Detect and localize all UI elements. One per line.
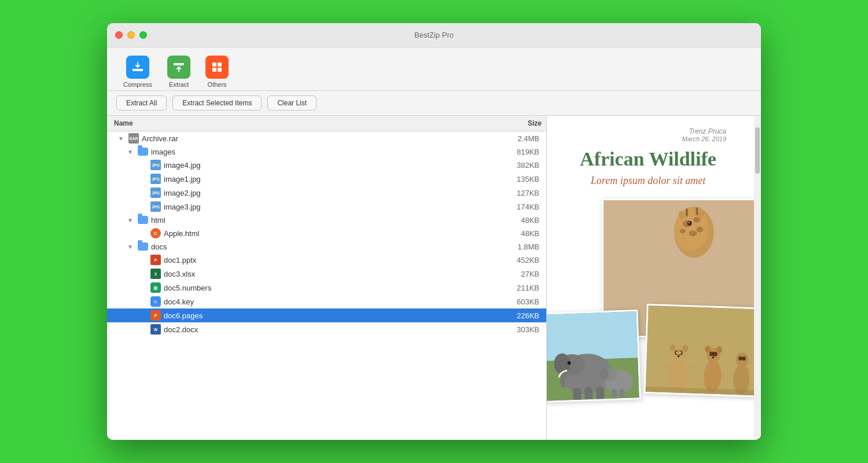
file-name: image4.jpg xyxy=(164,161,500,170)
file-name: html xyxy=(151,216,500,225)
table-row[interactable]: P doc1.pptx 452KB xyxy=(107,253,546,267)
app-title: BestZip Pro xyxy=(414,31,454,39)
table-row[interactable]: P doc6.pages 226KB xyxy=(107,308,546,322)
others-label: Others xyxy=(208,81,227,88)
expand-icon[interactable]: ▼ xyxy=(126,242,135,251)
titlebar: BestZip Pro xyxy=(107,23,761,47)
table-row[interactable]: JPG image4.jpg 382KB xyxy=(107,158,546,172)
table-row[interactable]: JPG image3.jpg 174KB xyxy=(107,200,546,214)
extract-selected-button[interactable]: Extract Selected Items xyxy=(172,95,262,111)
file-name: images xyxy=(151,148,500,156)
pptx-icon: P xyxy=(150,255,161,265)
jpg-icon: JPG xyxy=(150,201,161,212)
scrollbar-thumb[interactable] xyxy=(755,127,760,174)
extract-button[interactable]: Extract xyxy=(163,53,195,90)
jpg-icon: JPG xyxy=(150,188,161,198)
table-row[interactable]: K doc4.key 603KB xyxy=(107,295,546,308)
file-size: 48KB xyxy=(500,229,546,238)
column-header: Name Size xyxy=(107,116,546,131)
toolbar: Compress Extract Others xyxy=(107,47,761,91)
file-size: 2.4MB xyxy=(500,134,546,143)
file-name: Archive.rar xyxy=(142,134,500,143)
compress-icon xyxy=(126,56,149,79)
pages-icon: P xyxy=(150,310,161,321)
docx-icon: W xyxy=(150,324,161,335)
file-size: 48KB xyxy=(500,216,546,225)
file-name: doc4.key xyxy=(164,297,500,306)
extract-label: Extract xyxy=(169,81,189,88)
svg-rect-3 xyxy=(218,68,222,72)
file-panel: Name Size ▼ RAR Archive.rar 2.4MB xyxy=(107,116,547,440)
preview-title: African Wildlife xyxy=(580,148,716,170)
expand-icon[interactable]: ▼ xyxy=(116,134,126,143)
elephant-photo xyxy=(547,310,641,403)
file-name: doc3.xlsx xyxy=(164,270,500,278)
file-name: image1.jpg xyxy=(164,175,500,183)
file-size: 1.8MB xyxy=(500,242,546,251)
clear-list-button[interactable]: Clear List xyxy=(267,95,317,111)
file-size: 135KB xyxy=(500,175,546,183)
traffic-lights xyxy=(115,31,147,39)
scrollbar-track[interactable] xyxy=(754,116,761,440)
file-size: 211KB xyxy=(500,284,546,292)
xlsx-icon: X xyxy=(150,269,161,279)
table-row[interactable]: ▼ RAR Archive.rar 2.4MB xyxy=(107,131,546,145)
compress-label: Compress xyxy=(123,81,152,88)
table-row[interactable]: W doc2.docx 303KB xyxy=(107,322,546,336)
file-size: 27KB xyxy=(500,270,546,278)
extract-icon xyxy=(167,56,190,79)
file-name: Apple.html xyxy=(164,229,500,238)
svg-rect-31 xyxy=(612,389,617,398)
table-row[interactable]: C Apple.html 48KB xyxy=(107,226,546,240)
folder-icon xyxy=(138,148,148,156)
preview-content: Trenz Pruca March 26, 2019 African Wildl… xyxy=(547,116,761,413)
others-button[interactable]: Others xyxy=(201,53,233,90)
others-icon xyxy=(205,56,229,79)
file-size: 174KB xyxy=(500,203,546,211)
close-button[interactable] xyxy=(115,31,123,39)
file-size: 303KB xyxy=(500,325,546,334)
file-name: doc6.pages xyxy=(164,311,500,320)
author-date: March 26, 2019 xyxy=(682,135,726,142)
table-row[interactable]: ▼ images 819KB xyxy=(107,145,546,158)
file-size: 452KB xyxy=(500,256,546,264)
folder-icon xyxy=(138,242,148,251)
file-name: doc1.pptx xyxy=(164,256,500,264)
svg-rect-25 xyxy=(573,388,582,402)
table-row[interactable]: JPG image1.jpg 135KB xyxy=(107,172,546,186)
file-name: image3.jpg xyxy=(164,203,500,211)
compress-button[interactable]: Compress xyxy=(119,53,157,90)
photo-collage xyxy=(547,199,758,401)
table-row[interactable]: X doc3.xlsx 27KB xyxy=(107,267,546,281)
name-column-header: Name xyxy=(107,118,500,128)
maximize-button[interactable] xyxy=(139,31,147,39)
svg-rect-1 xyxy=(218,63,222,67)
extract-all-button[interactable]: Extract All xyxy=(116,95,167,111)
table-row[interactable]: ▦ doc5.numbers 211KB xyxy=(107,281,546,295)
jpg-icon: JPG xyxy=(150,160,161,170)
expand-icon[interactable]: ▼ xyxy=(126,147,135,156)
file-name: doc2.docx xyxy=(164,325,500,334)
table-row[interactable]: JPG image2.jpg 127KB xyxy=(107,186,546,200)
file-name: docs xyxy=(151,242,500,251)
file-size: 603KB xyxy=(500,297,546,306)
file-size: 382KB xyxy=(500,161,546,170)
svg-rect-0 xyxy=(212,63,216,67)
file-name: image2.jpg xyxy=(164,189,500,197)
numbers-icon: ▦ xyxy=(150,282,161,293)
preview-author: Trenz Pruca March 26, 2019 xyxy=(682,127,726,142)
preview-panel: Trenz Pruca March 26, 2019 African Wildl… xyxy=(547,116,761,440)
file-tree[interactable]: ▼ RAR Archive.rar 2.4MB ▼ images 819KB xyxy=(107,131,546,440)
file-size: 819KB xyxy=(500,148,546,156)
file-name: doc5.numbers xyxy=(164,284,500,292)
expand-icon[interactable]: ▼ xyxy=(126,215,135,225)
minimize-button[interactable] xyxy=(127,31,135,39)
svg-rect-27 xyxy=(596,387,605,401)
preview-subtitle: Lorem ipsum dolor sit amet xyxy=(591,175,705,187)
main-content: Name Size ▼ RAR Archive.rar 2.4MB xyxy=(107,116,761,440)
app-window: BestZip Pro Compress Extract xyxy=(107,23,761,440)
html-icon: C xyxy=(150,228,161,238)
table-row[interactable]: ▼ docs 1.8MB xyxy=(107,240,546,253)
key-icon: K xyxy=(150,296,161,307)
table-row[interactable]: ▼ html 48KB xyxy=(107,214,546,226)
